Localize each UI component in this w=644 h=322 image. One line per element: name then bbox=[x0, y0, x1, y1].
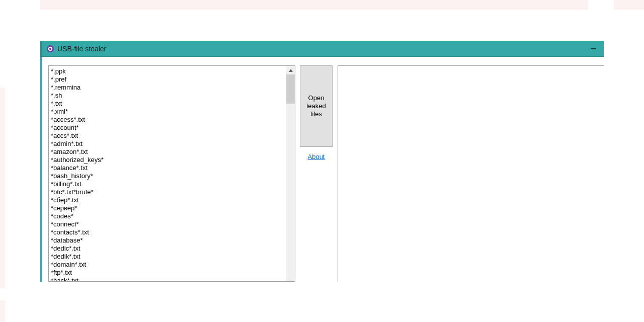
app-icon bbox=[46, 45, 54, 53]
svg-point-2 bbox=[49, 48, 51, 50]
scroll-up-icon[interactable] bbox=[286, 66, 295, 74]
pattern-list-content: *.ppk *.pref *.remmina *.sh *.txt *.xml*… bbox=[49, 66, 286, 281]
page-bg-strip-left bbox=[0, 88, 5, 288]
window-title: USB-file stealer bbox=[57, 45, 106, 53]
about-link[interactable]: About bbox=[308, 153, 325, 160]
app-window: USB-file stealer *.ppk *.pref *.remmina … bbox=[40, 41, 604, 282]
scroll-thumb[interactable] bbox=[286, 74, 295, 104]
pattern-listbox[interactable]: *.ppk *.pref *.remmina *.sh *.txt *.xml*… bbox=[48, 65, 295, 282]
results-panel bbox=[338, 65, 604, 282]
svg-rect-3 bbox=[591, 48, 596, 49]
window-client-area: *.ppk *.pref *.remmina *.sh *.txt *.xml*… bbox=[40, 57, 604, 282]
side-column: Open leaked files About bbox=[300, 65, 333, 282]
titlebar-accent bbox=[40, 41, 42, 56]
page-bg-strip-top-right bbox=[614, 0, 644, 10]
page-bg-strip-top bbox=[40, 0, 588, 10]
window-titlebar[interactable]: USB-file stealer bbox=[40, 41, 604, 57]
titlebar-controls bbox=[586, 41, 601, 56]
page-bg-strip-left-bottom bbox=[0, 300, 5, 322]
minimize-button[interactable] bbox=[586, 41, 601, 57]
open-leaked-files-button[interactable]: Open leaked files bbox=[300, 65, 333, 147]
list-scrollbar[interactable] bbox=[286, 66, 295, 281]
